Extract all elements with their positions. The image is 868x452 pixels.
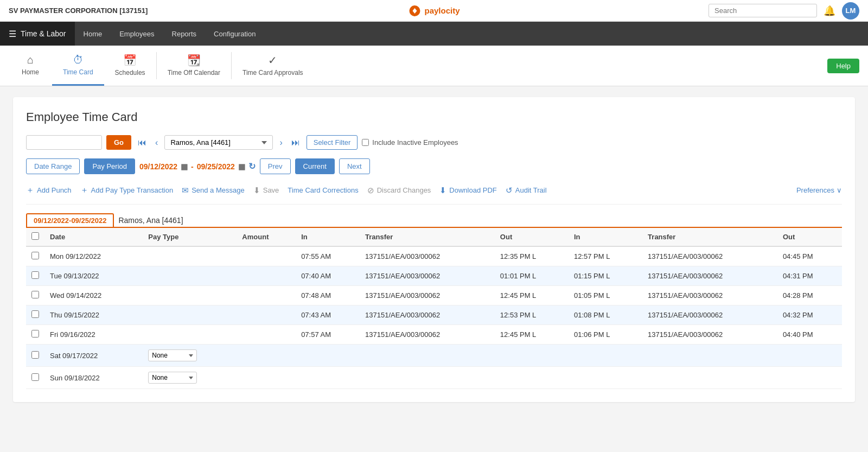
row-amount	[237, 266, 296, 286]
row-transfer1: 137151/AEA/003/00062	[360, 286, 495, 305]
nav-reports[interactable]: Reports	[163, 22, 206, 46]
date-range-button[interactable]: Date Range	[26, 158, 80, 174]
employee-select[interactable]: Ramos, Ana [4461]	[164, 135, 273, 150]
row-date: Thu 09/15/2022	[44, 305, 143, 325]
timecard-icon: ⏱	[73, 54, 84, 66]
period-employee-label: Ramos, Ana [4461]	[114, 214, 187, 227]
row-date: Sun 09/18/2022	[44, 367, 143, 389]
download-icon: ⬇	[439, 186, 446, 195]
nav-home[interactable]: Home	[75, 22, 111, 46]
col-pay-type: Pay Type	[143, 228, 237, 246]
row-amount	[237, 246, 296, 266]
row-amount	[237, 325, 296, 345]
approvals-icon: ✓	[268, 54, 277, 67]
time-table: Date Pay Type Amount In Transfer Out In …	[26, 228, 842, 389]
row-out1	[495, 367, 569, 389]
row-transfer1: 137151/AEA/003/00062	[360, 266, 495, 286]
current-period-button[interactable]: Current	[295, 158, 335, 174]
row-in1: 07:40 AM	[296, 266, 360, 286]
table-row: Sat 09/17/2022 None	[26, 345, 842, 367]
add-pay-type-button[interactable]: ＋ Add Pay Type Transaction	[80, 183, 174, 198]
col-in2: In	[569, 228, 642, 246]
search-input[interactable]	[709, 4, 817, 17]
last-employee-button[interactable]: ⏭	[289, 137, 302, 149]
prev-employee-button[interactable]: ‹	[153, 137, 160, 149]
pay-period-button[interactable]: Pay Period	[84, 158, 135, 174]
row-in1: 07:48 AM	[296, 286, 360, 305]
add-punch-button[interactable]: ＋ Add Punch	[26, 183, 72, 198]
start-calendar-icon[interactable]: ▦	[181, 162, 188, 171]
action-bar: ＋ Add Punch ＋ Add Pay Type Transaction ✉…	[26, 183, 842, 205]
first-employee-button[interactable]: ⏮	[136, 137, 149, 149]
next-employee-button[interactable]: ›	[277, 137, 284, 149]
row-in2: 01:05 PM L	[569, 286, 642, 305]
row-checkbox[interactable]	[31, 373, 39, 381]
subnav-timecard[interactable]: ⏱ Time Card	[52, 46, 104, 86]
pay-type-cell	[143, 286, 237, 305]
select-filter-button[interactable]: Select Filter	[307, 135, 358, 150]
subnav-home[interactable]: ⌂ Home	[9, 46, 52, 86]
row-date: Mon 09/12/2022	[44, 246, 143, 266]
date-range-display: 09/12/2022 ▦ - 09/25/2022 ▦ ↻	[139, 161, 256, 171]
time-card-corrections-button[interactable]: Time Card Corrections	[288, 184, 358, 196]
include-inactive-label[interactable]: Include Inactive Employees	[362, 138, 458, 147]
row-out2: 04:31 PM	[777, 266, 842, 286]
refresh-icon[interactable]: ↻	[248, 161, 256, 171]
period-tab[interactable]: 09/12/2022-09/25/2022	[26, 213, 114, 227]
home-icon: ⌂	[27, 54, 34, 66]
logo-text: paylocity	[424, 6, 459, 15]
row-checkbox[interactable]	[31, 351, 39, 359]
row-transfer2	[642, 345, 777, 367]
help-button[interactable]: Help	[827, 59, 859, 73]
row-in2	[569, 345, 642, 367]
row-checkbox[interactable]	[31, 310, 39, 318]
row-in1	[296, 345, 360, 367]
nav-module[interactable]: ☰ Time & Labor	[0, 22, 75, 46]
row-checkbox[interactable]	[31, 271, 39, 279]
row-checkbox[interactable]	[31, 291, 39, 298]
row-out2: 04:45 PM	[777, 246, 842, 266]
pay-type-select[interactable]: None	[148, 349, 197, 361]
message-icon: ✉	[182, 186, 189, 195]
next-period-button[interactable]: Next	[339, 158, 370, 174]
pay-type-select[interactable]: None	[148, 372, 197, 384]
subnav-approvals[interactable]: ✓ Time Card Approvals	[232, 46, 314, 86]
audit-trail-button[interactable]: ↺ Audit Trail	[506, 183, 547, 198]
period-tab-container: 09/12/2022-09/25/2022 Ramos, Ana [4461]	[26, 213, 842, 228]
row-check-cell	[26, 325, 44, 345]
subnav-timecard-label: Time Card	[63, 68, 93, 76]
row-in2: 01:15 PM L	[569, 266, 642, 286]
pay-type-cell	[143, 325, 237, 345]
row-checkbox[interactable]	[31, 330, 39, 338]
include-inactive-checkbox[interactable]	[362, 139, 369, 146]
top-bar-right: 🔔 LM	[709, 2, 859, 20]
row-in1	[296, 367, 360, 389]
save-icon: ⬇	[253, 186, 260, 195]
row-check-cell	[26, 286, 44, 305]
nav-employees[interactable]: Employees	[111, 22, 163, 46]
row-checkbox[interactable]	[31, 252, 39, 259]
bell-icon[interactable]: 🔔	[824, 5, 835, 17]
download-pdf-button[interactable]: ⬇ Download PDF	[439, 183, 496, 198]
row-transfer2: 137151/AEA/003/00062	[642, 286, 777, 305]
row-amount	[237, 286, 296, 305]
go-button[interactable]: Go	[106, 135, 131, 150]
subnav-schedules-label: Schedules	[115, 69, 145, 77]
pay-type-cell	[143, 266, 237, 286]
employee-search-input[interactable]	[26, 135, 102, 150]
end-calendar-icon[interactable]: ▦	[238, 162, 245, 171]
nav-configuration[interactable]: Configuration	[205, 22, 264, 46]
send-message-button[interactable]: ✉ Send a Message	[182, 183, 245, 198]
table-row: Tue 09/13/2022 07:40 AM 137151/AEA/003/0…	[26, 266, 842, 286]
subnav-timeoff[interactable]: 📆 Time Off Calendar	[157, 46, 231, 86]
row-transfer2: 137151/AEA/003/00062	[642, 246, 777, 266]
table-row: Fri 09/16/2022 07:57 AM 137151/AEA/003/0…	[26, 325, 842, 345]
select-all-checkbox[interactable]	[31, 232, 39, 240]
table-row: Sun 09/18/2022 None	[26, 367, 842, 389]
nav-bar: ☰ Time & Labor Home Employees Reports Co…	[0, 22, 868, 46]
avatar[interactable]: LM	[842, 2, 859, 20]
audit-icon: ↺	[506, 186, 513, 195]
prev-period-button[interactable]: Prev	[260, 158, 291, 174]
preferences-button[interactable]: Preferences ∨	[796, 186, 842, 194]
subnav-schedules[interactable]: 📅 Schedules	[104, 46, 156, 86]
